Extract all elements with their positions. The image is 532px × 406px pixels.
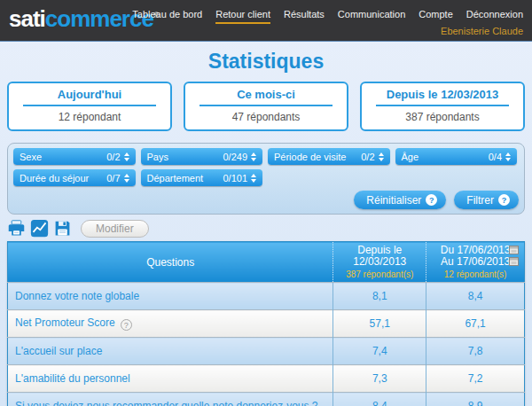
modify-button[interactable]: Modifier xyxy=(81,220,149,238)
question-label: Si vous deviez nous recommander quelle n… xyxy=(8,393,333,406)
card-today: Aujourd'hui 12 répondant xyxy=(7,82,172,131)
filter-departement-count: 0/101 xyxy=(223,173,247,183)
filter-row-1: Sexe 0/2 Pays 0/249 Période de visite 0/… xyxy=(13,148,519,165)
score-period2: 67,1 xyxy=(426,310,525,338)
score-period2: 7,8 xyxy=(426,338,525,365)
help-icon[interactable]: ? xyxy=(426,194,437,206)
question-label: L'amabilité du personnel xyxy=(8,365,333,393)
card-this-month: Ce mois-ci 47 répondants xyxy=(184,82,348,131)
score-period2: 8,9 xyxy=(426,393,525,406)
table-row: Donnez votre note globale 8,1 8,4 xyxy=(8,283,525,310)
card-divider xyxy=(376,105,509,106)
nav-resultats[interactable]: Résultats xyxy=(284,9,325,24)
reset-button-label: Réinitialiser xyxy=(366,194,421,207)
filter-age-label: Âge xyxy=(402,152,419,162)
card-since-date-title: Depuis le 12/03/2013 xyxy=(362,88,523,101)
filter-sexe-count: 0/2 xyxy=(106,152,120,162)
filter-age[interactable]: Âge 0/4 xyxy=(395,148,518,165)
col-header-questions: Questions xyxy=(8,242,333,283)
score-period1: 8,1 xyxy=(333,283,426,310)
dropdown-arrows-icon xyxy=(124,152,129,161)
nav-compte[interactable]: Compte xyxy=(419,9,453,24)
nav-tableau-de-bord[interactable]: Tableau de bord xyxy=(132,9,202,24)
calendar-icon[interactable] xyxy=(509,246,519,254)
score-period2: 8,4 xyxy=(426,283,525,310)
filter-departement-label: Département xyxy=(147,173,204,183)
filter-pays-count: 0/249 xyxy=(223,152,247,162)
reset-button[interactable]: Réinitialiser ? xyxy=(354,191,446,209)
score-period2: 7,2 xyxy=(426,365,525,393)
dropdown-arrows-icon xyxy=(379,152,384,161)
question-label: Donnez votre note globale xyxy=(8,283,333,310)
table-row: L'amabilité du personnel 7,3 7,2 xyxy=(8,365,525,393)
save-icon[interactable] xyxy=(53,219,72,238)
col-header-period1: Depuis le 12/03/2013 387 répondant(s) xyxy=(333,242,426,283)
filter-actions: Réinitialiser ? Filtrer ? xyxy=(13,191,519,209)
nav-retour-client[interactable]: Retour client xyxy=(215,9,270,24)
table-row: L'accueil sur place 7,4 7,8 xyxy=(8,338,525,365)
filter-periode-visite[interactable]: Période de visite 0/2 xyxy=(268,148,390,165)
table-row: Net Promoteur Score? 57,1 67,1 xyxy=(8,310,525,338)
top-navigation-bar: saticommerce® Tableau de bord Retour cli… xyxy=(0,0,532,42)
help-icon[interactable]: ? xyxy=(498,194,510,206)
nav-communication[interactable]: Communication xyxy=(338,9,405,24)
col-header-period2: Du 17/06/2013 Au 17/06/2013 12 ré xyxy=(426,242,525,283)
filter-periode-visite-count: 0/2 xyxy=(361,152,374,162)
card-divider xyxy=(200,105,332,106)
statistics-table: Questions Depuis le 12/03/2013 387 répon… xyxy=(7,241,525,406)
period2-respondents: 12 répondant(s) xyxy=(428,269,522,279)
period1-respondents: 387 répondant(s) xyxy=(335,269,424,279)
score-period1: 7,3 xyxy=(333,365,426,393)
period2-line2: Au 17/06/2013 xyxy=(428,256,522,268)
card-this-month-count: 47 répondants xyxy=(185,111,347,123)
score-period1: 8,4 xyxy=(333,393,426,406)
score-period1: 7,4 xyxy=(333,338,426,365)
filter-sexe-label: Sexe xyxy=(20,152,42,162)
question-label: L'accueil sur place xyxy=(8,338,333,365)
main-nav: Tableau de bord Retour client Résultats … xyxy=(132,9,523,24)
filter-duree-sejour-count: 0/7 xyxy=(106,173,120,183)
card-since-date-count: 387 répondants xyxy=(362,111,523,123)
table-toolbar: Modifier xyxy=(7,219,525,238)
filter-button-label: Filtrer xyxy=(466,194,494,207)
nav-deconnexion[interactable]: Déconnexion xyxy=(466,9,523,24)
dropdown-arrows-icon xyxy=(251,174,256,183)
table-header-row: Questions Depuis le 12/03/2013 387 répon… xyxy=(8,242,525,283)
filter-duree-sejour-label: Durée du séjour xyxy=(20,173,89,183)
filter-panel: Sexe 0/2 Pays 0/249 Période de visite 0/… xyxy=(7,143,525,215)
account-name[interactable]: Ebenisterie Claude xyxy=(441,26,523,36)
table-row: Si vous deviez nous recommander quelle n… xyxy=(8,393,525,406)
dropdown-arrows-icon xyxy=(251,152,256,161)
calendar-icon[interactable] xyxy=(509,257,519,266)
print-icon[interactable] xyxy=(7,219,26,238)
filter-row-2: Durée du séjour 0/7 Département 0/101 xyxy=(13,169,519,186)
dropdown-arrows-icon xyxy=(124,174,129,183)
card-this-month-title: Ce mois-ci xyxy=(185,88,347,101)
filter-pays-label: Pays xyxy=(147,152,168,162)
filter-departement[interactable]: Département 0/101 xyxy=(141,169,263,186)
filter-duree-sejour[interactable]: Durée du séjour 0/7 xyxy=(13,169,136,186)
summary-cards: Aujourd'hui 12 répondant Ce mois-ci 47 r… xyxy=(0,82,532,131)
filter-pays[interactable]: Pays 0/249 xyxy=(141,148,263,165)
logo-part-sati: sati xyxy=(9,5,45,32)
filter-periode-visite-label: Période de visite xyxy=(274,152,346,162)
filter-age-count: 0/4 xyxy=(489,152,502,162)
card-today-count: 12 répondant xyxy=(9,111,170,123)
filter-button[interactable]: Filtrer ? xyxy=(454,191,519,209)
card-today-title: Aujourd'hui xyxy=(9,88,170,101)
card-since-date: Depuis le 12/03/2013 387 répondants xyxy=(360,82,525,131)
period1-line2: 12/03/2013 xyxy=(335,256,424,268)
page-title: Statistiques xyxy=(0,50,532,74)
score-period1: 57,1 xyxy=(333,310,426,338)
dropdown-arrows-icon xyxy=(505,152,511,161)
nps-help-icon[interactable]: ? xyxy=(121,319,132,331)
chart-icon[interactable] xyxy=(30,219,49,238)
question-label: Net Promoteur Score? xyxy=(8,310,333,338)
filter-sexe[interactable]: Sexe 0/2 xyxy=(13,148,136,165)
card-divider xyxy=(23,105,156,106)
